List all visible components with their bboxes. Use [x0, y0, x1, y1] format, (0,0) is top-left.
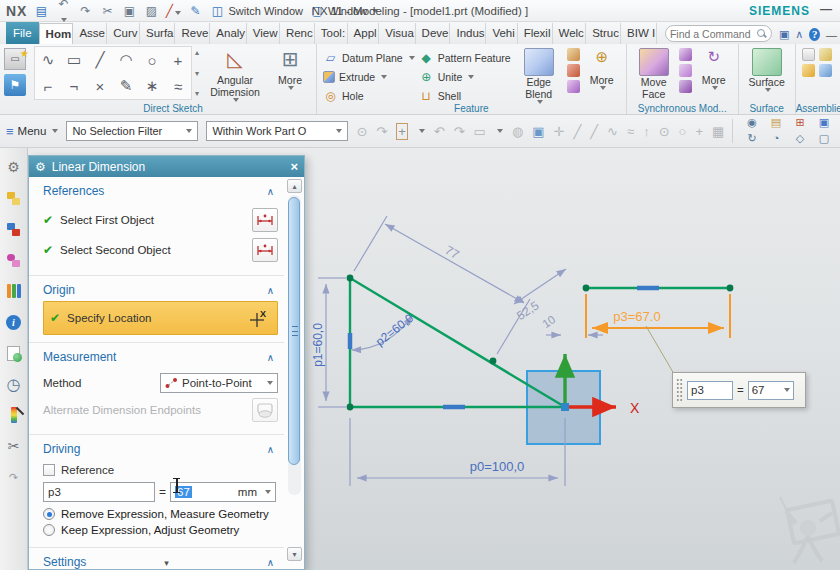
origin-header[interactable]: Origin∧	[43, 281, 278, 301]
collapse-icon[interactable]: ∧	[267, 285, 274, 296]
dimension-77-label[interactable]: 77	[442, 243, 461, 262]
text-cursor	[172, 478, 181, 493]
section-origin: Origin∧ ✔ Specify Location X	[29, 276, 284, 343]
dimension-52-5-label[interactable]: 52,5	[514, 298, 541, 323]
constraint-navigator-icon[interactable]	[5, 220, 23, 238]
expression-name-field[interactable]: p3	[43, 482, 155, 502]
first-object-dimension-icon[interactable]	[252, 208, 278, 232]
dialog-title: Linear Dimension	[52, 160, 145, 174]
web-browser-icon[interactable]: i	[5, 313, 23, 331]
select-first-object-row[interactable]: ✔ Select First Object	[43, 208, 278, 232]
alternate-endpoints-row: Alternate Dimension Endpoints	[43, 398, 278, 422]
specify-location-icon[interactable]: X	[245, 306, 271, 330]
origin-point[interactable]	[561, 403, 569, 411]
roles-gear-icon[interactable]: ⚙	[5, 158, 23, 176]
dialog-header[interactable]: ⚙ Linear Dimension ×	[29, 156, 304, 177]
internet-page-icon[interactable]	[5, 344, 23, 362]
point-to-point-icon	[165, 377, 178, 389]
dimension-p1-label[interactable]: p1=60,0	[311, 323, 325, 367]
remove-expression-radio-row[interactable]: Remove Expression, Measure Geometry	[43, 508, 278, 520]
remove-expression-radio[interactable]	[43, 508, 55, 520]
reference-checkbox-row[interactable]: Reference	[43, 464, 278, 476]
method-dropdown-icon	[267, 381, 273, 385]
thumb-grip-icon	[292, 326, 298, 336]
keep-expression-radio-row[interactable]: Keep Expression, Adjust Geometry	[43, 524, 278, 536]
specify-location-row[interactable]: ✔ Specify Location X	[43, 301, 278, 335]
unit-label: mm	[238, 486, 257, 498]
reference-checkbox[interactable]	[43, 464, 55, 476]
section-references: References∧ ✔ Select First Object ✔ Sele…	[29, 177, 284, 276]
scroll-up-button[interactable]: ▴	[287, 179, 302, 193]
check-icon: ✔	[43, 213, 53, 227]
check-icon: ✔	[43, 243, 53, 257]
watermark-logo	[760, 495, 840, 570]
method-dropdown[interactable]: Point-to-Point	[160, 373, 278, 393]
dialog-close-icon[interactable]: ×	[290, 159, 298, 174]
linear-dimension-dialog: ⚙ Linear Dimension × References∧ ✔ Selec…	[28, 155, 305, 570]
section-driving: Driving∧ Reference p3 = 67 mm Remove E	[29, 435, 284, 548]
driving-header[interactable]: Driving∧	[43, 440, 278, 460]
process-studio-icon[interactable]: ✂	[5, 437, 23, 455]
scrollbar-thumb[interactable]	[288, 197, 300, 465]
dimension-52-5-line[interactable]	[514, 269, 566, 304]
collapse-icon[interactable]: ∧	[267, 444, 274, 455]
expression-value-field[interactable]: 67 mm	[170, 482, 276, 502]
keep-expression-radio[interactable]	[43, 524, 55, 536]
dialog-resize-grip[interactable]: ▾	[29, 559, 304, 568]
dialog-scrollbar: ▴ ▾	[286, 179, 303, 567]
drag-grip-icon[interactable]	[676, 378, 683, 402]
history-icon[interactable]: ◷	[5, 375, 23, 393]
svg-text:X: X	[260, 309, 266, 319]
expression-name-input[interactable]: p3	[687, 381, 733, 400]
select-second-object-row[interactable]: ✔ Select Second Object	[43, 238, 278, 262]
unit-dropdown-icon[interactable]	[265, 490, 271, 494]
onscreen-expression-box[interactable]: p3 = 67	[672, 372, 806, 408]
dimension-p2-label[interactable]: p2=60,0	[373, 311, 416, 349]
assembly-navigator-icon[interactable]	[5, 189, 23, 207]
dimension-p0-label[interactable]: p0=100,0	[470, 459, 525, 474]
expression-value-dropdown[interactable]: 67	[748, 381, 794, 400]
manufacturing-wizard-icon[interactable]: ↷	[5, 468, 23, 486]
check-icon: ✔	[50, 311, 60, 325]
nx-application-window: NX ▤ ↶ ↷ ✂ ▣ ▨ ╱ ✎ ◫Switch Window ▢Windo…	[0, 0, 840, 570]
equals-sign: =	[737, 384, 744, 396]
expression-row: p3 = 67 mm	[43, 482, 278, 502]
second-object-dimension-icon[interactable]	[252, 238, 278, 262]
alternate-endpoints-label: Alternate Dimension Endpoints	[43, 404, 201, 416]
references-header[interactable]: References∧	[43, 182, 278, 202]
measurement-header[interactable]: Measurement∧	[43, 348, 278, 368]
collapse-icon[interactable]: ∧	[267, 352, 274, 363]
dimension-p3-label[interactable]: p3=67.0	[613, 309, 660, 324]
collapse-icon[interactable]: ∧	[267, 186, 274, 197]
system-materials-icon[interactable]	[5, 406, 23, 424]
alternate-endpoints-icon[interactable]	[252, 398, 278, 422]
equals-sign: =	[159, 485, 166, 499]
method-label: Method	[43, 377, 81, 389]
part-navigator-icon[interactable]	[5, 251, 23, 269]
x-axis-label: X	[630, 400, 640, 416]
dialog-gear-icon[interactable]: ⚙	[35, 160, 46, 174]
method-row: Method Point-to-Point	[43, 373, 278, 393]
section-measurement: Measurement∧ Method Point-to-Point Alter…	[29, 343, 284, 435]
reuse-library-icon[interactable]	[5, 282, 23, 300]
value-dropdown-icon	[784, 388, 790, 392]
dimension-10-label[interactable]: 10	[540, 313, 557, 330]
resource-bar: ⚙ i ◷ ✂ ↷	[0, 148, 28, 570]
dialog-body: References∧ ✔ Select First Object ✔ Sele…	[29, 177, 284, 569]
